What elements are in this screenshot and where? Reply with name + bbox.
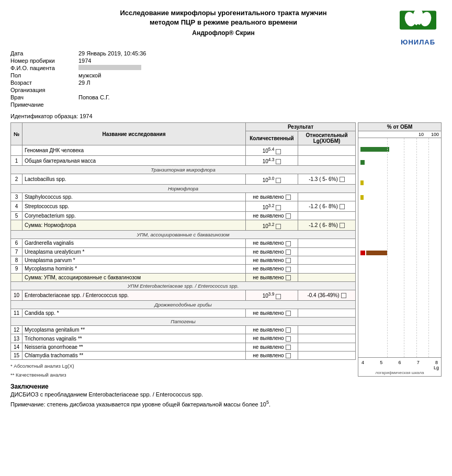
checkbox[interactable] — [286, 195, 291, 200]
section-label: Дрожжеподобные грибы — [11, 300, 356, 309]
chart-header: % от ОБМ — [358, 122, 442, 131]
row-num: 10 — [11, 290, 22, 300]
checkbox[interactable] — [286, 345, 291, 350]
table-row: 15 Chlamydia trachomatis ** не выявлено — [11, 352, 356, 360]
row-quant: 103.9 — [246, 290, 298, 300]
table-row: 9 Mycoplasma hominis * не выявлено — [11, 265, 356, 273]
rel-value: -1.2 ( 6- 8%) — [309, 203, 338, 209]
row-num: 15 — [11, 352, 22, 360]
quant-value: не выявлено — [253, 327, 284, 333]
row-rel — [298, 256, 356, 264]
col-rel-header: Относительный Lg(X/ОБМ) — [298, 131, 356, 145]
rel-checkbox[interactable] — [340, 204, 345, 209]
rel-checkbox[interactable] — [341, 293, 346, 298]
enterobact-brown — [366, 251, 387, 255]
row-rel: -1.2 ( 6- 8%) — [298, 220, 356, 231]
chart-scale-100: 100 — [431, 132, 439, 137]
main-table-container: № Название исследования Результат Количе… — [10, 122, 442, 378]
checkbox[interactable] — [286, 311, 291, 316]
scale-7: 7 — [417, 360, 420, 365]
table-row: Транзиторная микрофлора — [11, 166, 356, 174]
row-quant: не выявлено — [246, 273, 298, 281]
col-num-header: № — [11, 123, 22, 145]
checkbox[interactable] — [276, 159, 281, 164]
right-chart: % от ОБМ 10 100 4 5 6 7 8 Lg логарифмиче… — [358, 122, 442, 378]
note-label: Примечание — [10, 101, 78, 108]
row-rel — [298, 193, 356, 201]
checkbox[interactable] — [286, 275, 291, 280]
sample-id: Идентификатор образца: 1974 — [10, 113, 442, 119]
row-quant: 103.2 — [246, 201, 298, 212]
row-num — [11, 273, 22, 281]
rel-checkbox[interactable] — [340, 177, 345, 182]
quant-value: 103.0 — [263, 177, 275, 183]
results-table: № Название исследования Результат Количе… — [10, 122, 356, 360]
rel-checkbox[interactable] — [340, 223, 345, 228]
logo-box: ЮНИЛАБ — [394, 8, 442, 46]
table-row: 5 Corynebacterium spp. не выявлено — [11, 212, 356, 220]
checkbox[interactable] — [276, 224, 281, 229]
checkbox[interactable] — [286, 258, 291, 263]
row-name: Mycoplasma genitalium ** — [22, 326, 246, 334]
rel-value: -0.4 (36-49%) — [307, 292, 339, 298]
quant-value: 103.2 — [263, 223, 275, 229]
checkbox[interactable] — [286, 327, 291, 333]
row-num: 6 — [11, 239, 22, 247]
row-name: Gardnerella vaginalis — [22, 239, 246, 247]
conclusion-section: Заключение ДИСБИОЗ с преобладанием Enter… — [10, 383, 442, 409]
rel-value: -1.2 ( 6- 8%) — [309, 222, 338, 228]
enterobact-red — [360, 251, 365, 255]
checkbox[interactable] — [286, 353, 291, 358]
quant-value: не выявлено — [253, 335, 284, 341]
checkbox[interactable] — [276, 205, 281, 210]
table-row: 2 Lactobacillus spp. 103.0 -1.3 ( 5- 6%) — [11, 174, 356, 185]
table-row: 1 Общая бактериальная масса 104.3 — [11, 155, 356, 166]
rel-value: -1.3 ( 5- 6%) — [309, 176, 338, 182]
quant-value: не выявлено — [253, 344, 284, 350]
strep-bar — [360, 180, 364, 185]
doctor-label: Врач — [10, 94, 78, 100]
quant-value: не выявлено — [253, 213, 284, 219]
checkbox[interactable] — [286, 336, 291, 342]
row-rel — [298, 145, 356, 156]
checkbox[interactable] — [286, 213, 291, 219]
checkbox[interactable] — [286, 241, 291, 246]
row-name: Streptococcus spp. — [22, 201, 246, 212]
lactobacillus-bar — [360, 160, 365, 165]
sum-norm-bar — [360, 195, 364, 200]
row-name: Ureaplasma urealyticum * — [22, 247, 246, 256]
row-quant: не выявлено — [246, 193, 298, 201]
checkbox[interactable] — [286, 250, 291, 255]
table-row: 8 Ureaplasma parvum * не выявлено — [11, 256, 356, 264]
table-row: УПМ Enterobacteriaceae spp. / Enterococc… — [11, 281, 356, 290]
tube-value: 1974 — [78, 58, 91, 64]
row-quant: не выявлено — [246, 343, 298, 351]
row-quant: не выявлено — [246, 326, 298, 334]
checkbox[interactable] — [276, 149, 281, 154]
table-row: Нормофлора — [11, 185, 356, 193]
row-rel — [298, 273, 356, 281]
result-header: Результат — [246, 123, 356, 131]
chart-scale-10: 10 — [419, 132, 424, 137]
row-rel — [298, 212, 356, 220]
doctor-value: Попова С.Г. — [78, 94, 110, 100]
checkbox[interactable] — [276, 294, 281, 299]
checkbox[interactable] — [286, 267, 291, 272]
name-label: Ф.И.О. пациента — [10, 65, 78, 71]
row-name: Neisseria gonorrhoeae ** — [22, 343, 246, 351]
row-name: Ureaplasma parvum * — [22, 256, 246, 264]
gender-value: мужской — [78, 72, 101, 78]
row-rel — [298, 239, 356, 247]
table-row: 11 Candida spp. * не выявлено — [11, 309, 356, 317]
row-quant: не выявлено — [246, 265, 298, 273]
name-value-redacted — [78, 65, 141, 70]
row-rel — [298, 326, 356, 334]
row-name: Сумма: Нормофлора — [22, 220, 246, 231]
checkbox[interactable] — [276, 178, 281, 183]
scale-4: 4 — [361, 360, 364, 365]
row-num: 5 — [11, 212, 22, 220]
col-quant-header: Количественный — [246, 131, 298, 145]
quant-value: не выявлено — [253, 266, 284, 271]
svg-rect-4 — [417, 25, 419, 29]
table-row: 12 Mycoplasma genitalium ** не выявлено — [11, 326, 356, 334]
